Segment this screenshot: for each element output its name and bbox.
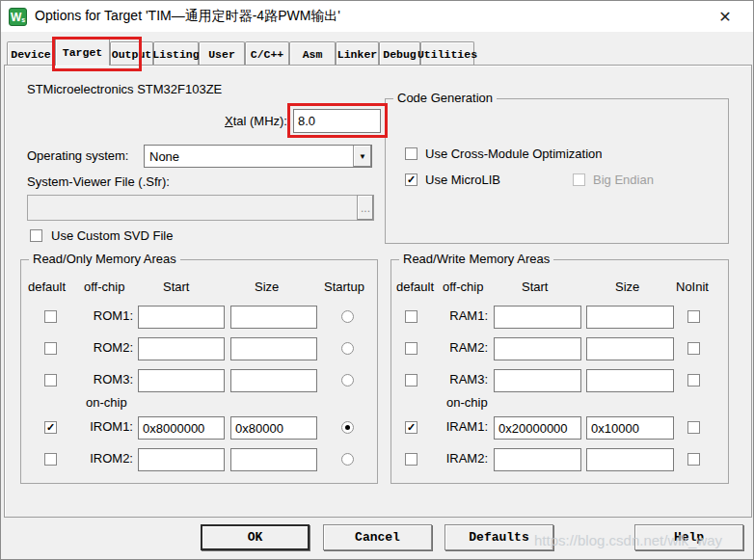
xtal-label: Xtal (MHz): bbox=[175, 114, 287, 128]
xtal-input[interactable] bbox=[293, 109, 381, 133]
rom2-startup-radio[interactable] bbox=[341, 342, 354, 355]
ram1-label: RAM1: bbox=[435, 308, 488, 323]
ram2-size-input[interactable] bbox=[586, 337, 674, 360]
rom-hdr-offchip: off-chip bbox=[84, 280, 124, 294]
tab-user[interactable]: User bbox=[199, 41, 245, 66]
ram1-default-checkbox[interactable] bbox=[405, 310, 417, 323]
tab-linker[interactable]: Linker bbox=[336, 41, 379, 66]
rom-hdr-size: Size bbox=[255, 280, 279, 294]
title-bar: Ws Options for Target 'TIM—通用定时器-4路PWM输出… bbox=[1, 1, 753, 32]
iram2-start-input[interactable] bbox=[494, 448, 581, 471]
os-select[interactable]: None ▼ bbox=[144, 145, 372, 168]
iram1-default-checkbox[interactable] bbox=[405, 421, 417, 434]
ram3-size-input[interactable] bbox=[586, 369, 674, 392]
irom2-start-input[interactable] bbox=[138, 448, 225, 471]
ram-areas-title: Read/Write Memory Areas bbox=[399, 252, 553, 266]
rom2-default-checkbox[interactable] bbox=[44, 342, 57, 355]
iram2-size-input[interactable] bbox=[586, 448, 674, 471]
rom-onchip-label: on-chip bbox=[86, 395, 127, 410]
ram2-start-input[interactable] bbox=[494, 337, 581, 360]
rom2-size-input[interactable] bbox=[230, 337, 317, 360]
tab-asm[interactable]: Asm bbox=[289, 41, 336, 66]
iram2-label: IRAM2: bbox=[435, 451, 488, 466]
iram2-default-checkbox[interactable] bbox=[405, 453, 417, 466]
ram-hdr-start: Start bbox=[522, 280, 548, 294]
ram1-size-input[interactable] bbox=[586, 306, 674, 329]
tab-utilities[interactable]: Utilities bbox=[420, 41, 474, 66]
iram1-size-input[interactable] bbox=[586, 416, 674, 440]
ram3-noinit-checkbox[interactable] bbox=[687, 374, 700, 387]
options-for-target-dialog: Ws Options for Target 'TIM—通用定时器-4路PWM输出… bbox=[0, 0, 754, 560]
rom1-default-checkbox[interactable] bbox=[44, 310, 57, 323]
rom-hdr-default: default bbox=[28, 280, 66, 294]
irom1-startup-radio[interactable] bbox=[341, 421, 354, 434]
defaults-button[interactable]: Defaults bbox=[444, 524, 553, 550]
irom2-size-input[interactable] bbox=[230, 448, 317, 471]
os-label: Operating system: bbox=[27, 148, 129, 163]
rom3-label: ROM3: bbox=[81, 372, 133, 387]
tab-output[interactable]: Output bbox=[110, 41, 153, 66]
close-icon[interactable]: ✕ bbox=[711, 5, 740, 28]
ram1-noinit-checkbox[interactable] bbox=[687, 310, 700, 323]
irom1-start-input[interactable] bbox=[138, 416, 225, 440]
iram1-noinit-checkbox[interactable] bbox=[687, 421, 700, 434]
rom1-label: ROM1: bbox=[81, 308, 133, 323]
big-endian-checkbox bbox=[573, 173, 585, 186]
use-custom-svd-label: Use Custom SVD File bbox=[51, 228, 173, 243]
sfr-file-input[interactable] bbox=[27, 195, 358, 221]
iram2-noinit-checkbox[interactable] bbox=[687, 453, 700, 466]
ram2-noinit-checkbox[interactable] bbox=[687, 342, 700, 355]
uvision-icon-letter: W bbox=[11, 12, 21, 23]
device-name-label: STMicroelectronics STM32F103ZE bbox=[27, 82, 222, 96]
sfr-browse-button[interactable]: ... bbox=[357, 195, 374, 221]
chevron-down-icon[interactable]: ▼ bbox=[353, 146, 371, 167]
iram1-label: IRAM1: bbox=[435, 419, 488, 434]
rom1-size-input[interactable] bbox=[230, 306, 317, 329]
tab-debug[interactable]: Debug bbox=[379, 41, 420, 66]
tab-device[interactable]: Device bbox=[7, 41, 55, 66]
ram3-default-checkbox[interactable] bbox=[405, 374, 417, 387]
rom3-default-checkbox[interactable] bbox=[44, 374, 57, 387]
cross-module-checkbox[interactable] bbox=[405, 147, 417, 160]
ram-hdr-size: Size bbox=[615, 280, 639, 294]
irom1-label: IROM1: bbox=[81, 419, 133, 434]
ram1-start-input[interactable] bbox=[494, 306, 581, 329]
iram1-start-input[interactable] bbox=[494, 416, 581, 440]
irom2-label: IROM2: bbox=[81, 451, 133, 466]
rom-hdr-start: Start bbox=[163, 280, 189, 294]
big-endian-label: Big Endian bbox=[593, 173, 654, 187]
ram2-label: RAM2: bbox=[435, 340, 488, 355]
ram-onchip-label: on-chip bbox=[446, 395, 488, 410]
ram3-label: RAM3: bbox=[435, 372, 488, 387]
rom1-startup-radio[interactable] bbox=[341, 310, 354, 323]
rom2-start-input[interactable] bbox=[138, 337, 225, 360]
rom3-start-input[interactable] bbox=[138, 369, 225, 392]
irom1-default-checkbox[interactable] bbox=[44, 421, 57, 434]
irom1-size-input[interactable] bbox=[230, 416, 317, 440]
ram-hdr-offchip: off-chip bbox=[443, 280, 483, 294]
rom1-start-input[interactable] bbox=[138, 306, 225, 329]
irom2-startup-radio[interactable] bbox=[341, 453, 354, 466]
microlib-label: Use MicroLIB bbox=[425, 173, 500, 187]
cancel-button[interactable]: Cancel bbox=[323, 524, 432, 550]
code-generation-group: Code Generation bbox=[385, 98, 729, 244]
window-title: Options for Target 'TIM—通用定时器-4路PWM输出' bbox=[35, 8, 340, 25]
rom3-size-input[interactable] bbox=[230, 369, 317, 392]
rom-hdr-startup: Startup bbox=[324, 280, 364, 294]
rom3-startup-radio[interactable] bbox=[341, 374, 354, 387]
ram2-default-checkbox[interactable] bbox=[405, 342, 417, 355]
microlib-checkbox[interactable] bbox=[405, 173, 417, 186]
help-button[interactable]: Help bbox=[634, 524, 743, 550]
code-generation-title: Code Generation bbox=[393, 91, 497, 105]
uvision-app-icon: Ws bbox=[9, 8, 27, 26]
tab-cpp[interactable]: C/C++ bbox=[245, 41, 289, 66]
sfr-label: System-Viewer File (.Sfr): bbox=[27, 174, 170, 189]
use-custom-svd-checkbox[interactable] bbox=[30, 229, 42, 242]
rom-areas-title: Read/Only Memory Areas bbox=[29, 252, 180, 266]
tab-listing[interactable]: Listing bbox=[153, 41, 199, 66]
ram3-start-input[interactable] bbox=[494, 369, 581, 392]
ram-hdr-noinit: NoInit bbox=[676, 280, 709, 294]
ok-button[interactable]: OK bbox=[201, 524, 310, 550]
irom2-default-checkbox[interactable] bbox=[44, 453, 57, 466]
tab-target[interactable]: Target bbox=[55, 38, 110, 66]
